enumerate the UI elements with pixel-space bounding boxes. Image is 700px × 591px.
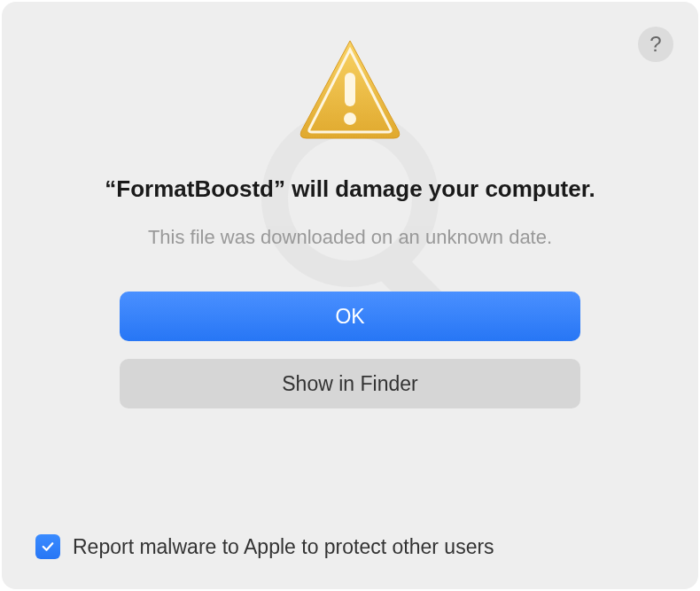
help-button[interactable]: ?	[638, 27, 673, 62]
alert-title: “FormatBoostd” will damage your computer…	[105, 174, 595, 205]
alert-dialog: ? “FormatBoostd” will damage your comput…	[2, 2, 698, 589]
report-malware-label: Report malware to Apple to protect other…	[73, 535, 494, 559]
svg-point-1	[344, 113, 356, 125]
svg-rect-0	[345, 73, 355, 106]
report-malware-checkbox[interactable]	[35, 534, 60, 559]
show-in-finder-button[interactable]: Show in Finder	[120, 359, 580, 408]
help-icon: ?	[649, 32, 661, 57]
warning-icon	[292, 34, 408, 152]
ok-button[interactable]: OK	[120, 292, 580, 341]
report-malware-row: Report malware to Apple to protect other…	[35, 534, 494, 559]
alert-subtitle: This file was downloaded on an unknown d…	[148, 226, 552, 249]
checkmark-icon	[40, 539, 56, 555]
